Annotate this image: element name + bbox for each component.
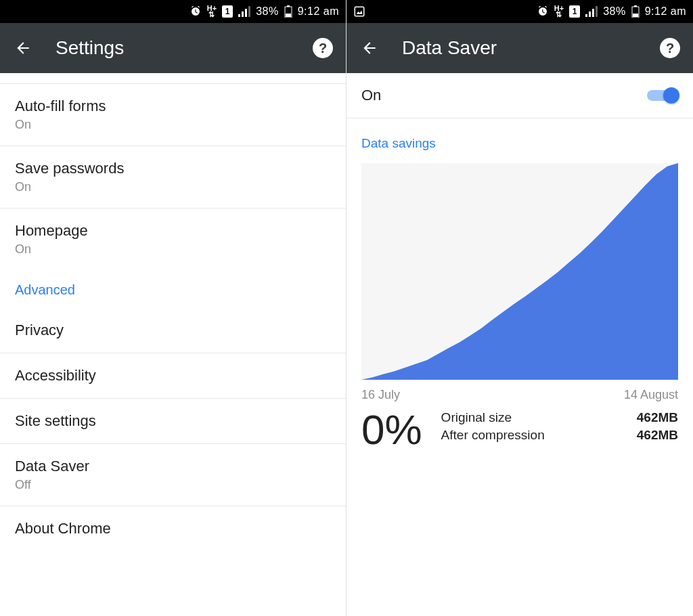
- row-label: Accessibility: [15, 367, 331, 384]
- stat-row-original: Original size 462MB: [441, 409, 678, 426]
- help-icon: ?: [313, 38, 333, 58]
- savings-percent: 0%: [361, 409, 422, 451]
- clock: 9:12 am: [298, 5, 339, 18]
- stat-label: Original size: [441, 410, 512, 425]
- row-save-passwords[interactable]: Save passwords On: [0, 146, 346, 208]
- screenshot-data-saver: H+ ⇅ 1 38% 9:12 am Data Saver ? O: [346, 0, 693, 616]
- row-sub: On: [15, 242, 331, 257]
- battery-icon: [631, 5, 640, 18]
- page-title: Data Saver: [402, 37, 638, 59]
- row-label: Save passwords: [15, 160, 331, 177]
- clock: 9:12 am: [645, 5, 686, 18]
- signal-icon: [238, 6, 250, 17]
- stat-value: 462MB: [637, 410, 678, 425]
- data-saver-content: On Data savings 16 July 14 August: [346, 73, 693, 616]
- network-type-icon: H+ ⇅: [554, 5, 564, 18]
- svg-rect-3: [248, 6, 250, 17]
- alarm-icon: [189, 5, 202, 18]
- stat-value: 462MB: [637, 428, 678, 443]
- row-site-settings[interactable]: Site settings: [0, 399, 346, 444]
- row-label: Data Saver: [15, 458, 331, 475]
- svg-rect-6: [286, 14, 291, 17]
- status-bar: H+ ⇅ 1 38% 9:12 am: [0, 0, 346, 23]
- svg-rect-10: [589, 12, 591, 17]
- row-sub: On: [15, 118, 331, 132]
- section-advanced: Advanced: [0, 270, 346, 307]
- signal-icon: [585, 6, 598, 17]
- back-button[interactable]: [9, 35, 37, 62]
- area-chart-svg: [361, 163, 678, 380]
- row-data-saver[interactable]: Data Saver Off: [0, 444, 346, 506]
- svg-rect-12: [596, 6, 598, 17]
- status-bar: H+ ⇅ 1 38% 9:12 am: [346, 0, 693, 23]
- page-title: Settings: [55, 37, 290, 59]
- row-toggle[interactable]: On: [346, 73, 693, 118]
- stat-table: Original size 462MB After compression 46…: [441, 409, 678, 444]
- chart-dates: 16 July 14 August: [361, 388, 678, 402]
- section-data-savings: Data savings: [346, 118, 693, 163]
- row-accessibility[interactable]: Accessibility: [0, 353, 346, 399]
- stats: 0% Original size 462MB After compression…: [346, 402, 693, 451]
- help-icon: ?: [660, 38, 680, 58]
- alarm-icon: [537, 5, 549, 18]
- help-button[interactable]: ?: [656, 35, 684, 62]
- svg-rect-9: [585, 14, 587, 17]
- sim-icon: 1: [222, 5, 233, 18]
- help-button[interactable]: ?: [309, 35, 336, 62]
- battery-pct: 38%: [256, 5, 279, 18]
- row-label: Homepage: [15, 222, 331, 240]
- svg-marker-8: [357, 11, 363, 14]
- battery-pct: 38%: [603, 5, 626, 18]
- stat-label: After compression: [441, 428, 545, 443]
- sim-icon: 1: [569, 5, 580, 18]
- svg-rect-7: [355, 7, 364, 16]
- screenshot-settings: H+ ⇅ 1 38% 9:12 am Settings ?: [0, 0, 346, 616]
- chart-wrap: 16 July 14 August: [361, 163, 678, 402]
- data-savings-chart: [361, 163, 678, 380]
- row-label: Site settings: [15, 412, 331, 430]
- svg-rect-0: [238, 14, 240, 17]
- app-bar: Data Saver ?: [346, 23, 693, 73]
- row-label: Auto-fill forms: [15, 97, 331, 115]
- list-gap: [0, 73, 346, 84]
- svg-rect-1: [242, 12, 244, 17]
- chart-date-end: 14 August: [624, 388, 678, 402]
- svg-rect-2: [245, 9, 247, 17]
- switch-thumb: [663, 87, 679, 104]
- settings-list: Auto-fill forms On Save passwords On Hom…: [0, 73, 346, 616]
- row-about-chrome[interactable]: About Chrome: [0, 506, 346, 551]
- row-sub: Off: [15, 478, 331, 492]
- row-sub: On: [15, 180, 331, 194]
- toggle-switch[interactable]: [647, 87, 678, 104]
- row-privacy[interactable]: Privacy: [0, 307, 346, 353]
- svg-rect-11: [592, 9, 594, 17]
- svg-marker-16: [361, 163, 678, 380]
- app-bar: Settings ?: [0, 23, 346, 73]
- battery-icon: [284, 5, 292, 18]
- row-autofill-forms[interactable]: Auto-fill forms On: [0, 84, 346, 146]
- stat-row-compressed: After compression 462MB: [441, 426, 678, 444]
- toggle-label: On: [361, 87, 647, 104]
- row-homepage[interactable]: Homepage On: [0, 208, 346, 270]
- back-button[interactable]: [356, 35, 383, 62]
- svg-rect-15: [633, 14, 638, 17]
- image-notification-icon: [353, 5, 365, 18]
- row-label: Privacy: [15, 322, 331, 339]
- row-label: About Chrome: [15, 520, 331, 537]
- chart-date-start: 16 July: [361, 388, 400, 402]
- network-type-icon: H+ ⇅: [207, 5, 217, 18]
